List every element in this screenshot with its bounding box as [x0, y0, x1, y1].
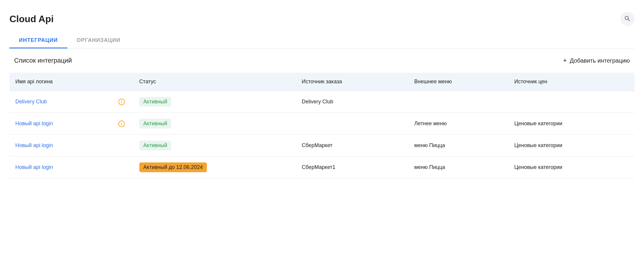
status-badge: Активный	[139, 119, 171, 128]
login-link[interactable]: Новый api login	[15, 164, 53, 170]
col-header-order-source: Источник заказа	[297, 73, 409, 91]
col-header-price-source: Источник цен	[509, 73, 635, 91]
cell-price-source: Ценовые категории	[509, 157, 635, 178]
login-link[interactable]: Новый api login	[15, 142, 53, 149]
status-badge: Активный	[139, 97, 171, 107]
page-title: Cloud Api	[9, 14, 54, 25]
plus-icon: +	[563, 57, 567, 64]
svg-rect-2	[121, 100, 122, 101]
cell-external-menu: меню Пицца	[410, 157, 510, 178]
cell-external-menu: Летнее меню	[410, 113, 510, 135]
table-row: Новый api loginАктивныйЛетнее менюЦеновы…	[9, 113, 635, 135]
svg-rect-4	[121, 123, 122, 125]
col-header-login: Имя api логина	[9, 73, 135, 91]
login-link[interactable]: Delivery Club	[15, 99, 47, 105]
tabs: ИНТЕГРАЦИИ ОРГАНИЗАЦИИ	[9, 33, 635, 48]
cell-order-source: СберМаркет	[297, 135, 409, 157]
cell-order-source	[297, 113, 409, 135]
table-row: Новый api loginАктивныйСберМаркетменю Пи…	[9, 135, 635, 157]
add-integration-label: Добавить интеграцию	[570, 57, 630, 64]
col-header-external-menu: Внешнее меню	[410, 73, 510, 91]
table-row: Новый api loginАктивный до 12.06.2024Сбе…	[9, 157, 635, 178]
tab-integrations[interactable]: ИНТЕГРАЦИИ	[9, 33, 67, 48]
tab-organizations[interactable]: ОРГАНИЗАЦИИ	[67, 33, 130, 48]
cell-external-menu: меню Пицца	[410, 135, 510, 157]
cell-price-source	[509, 91, 635, 113]
search-button[interactable]	[620, 12, 635, 26]
search-icon	[624, 15, 631, 23]
status-badge: Активный до 12.06.2024	[139, 162, 207, 172]
col-header-status: Статус	[135, 73, 297, 91]
info-icon[interactable]	[118, 98, 125, 105]
table-header-row: Имя api логина Статус Источник заказа Вн…	[9, 73, 635, 91]
add-integration-button[interactable]: + Добавить интеграцию	[563, 57, 630, 64]
cell-order-source: Delivery Club	[297, 91, 409, 113]
login-link[interactable]: Новый api login	[15, 121, 53, 127]
table-row: Delivery ClubАктивныйDelivery Club	[9, 91, 635, 113]
svg-rect-5	[121, 122, 122, 123]
cell-price-source: Ценовые категории	[509, 135, 635, 157]
svg-rect-1	[121, 101, 122, 103]
status-badge: Активный	[139, 141, 171, 150]
integrations-table: Имя api логина Статус Источник заказа Вн…	[9, 73, 635, 178]
info-icon[interactable]	[118, 120, 125, 127]
section-title: Список интеграций	[14, 57, 72, 64]
cell-price-source: Ценовые категории	[509, 113, 635, 135]
cell-external-menu	[410, 91, 510, 113]
cell-order-source: СберМаркет1	[297, 157, 409, 178]
